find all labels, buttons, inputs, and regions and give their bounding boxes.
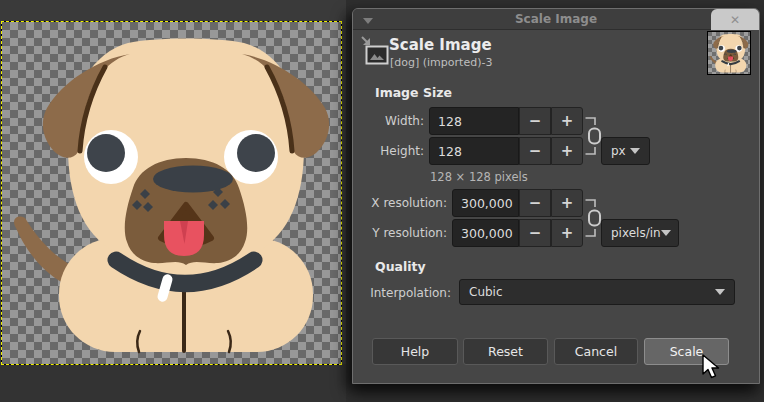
window-title: Scale Image (353, 12, 759, 26)
plus-icon: + (561, 224, 574, 242)
scale-image-icon (359, 33, 391, 69)
section-label-quality: Quality (375, 259, 426, 274)
x-resolution-label: X resolution: (361, 196, 447, 210)
dropdown-arrow-icon (715, 289, 725, 295)
width-input[interactable] (429, 107, 519, 135)
dog-illustration (2, 22, 341, 364)
y-resolution-decrement-button[interactable]: − (519, 219, 551, 247)
height-input[interactable] (429, 137, 519, 165)
width-decrement-button[interactable]: − (519, 107, 551, 135)
size-chain-toggle[interactable] (584, 108, 602, 164)
interpolation-label: Interpolation: (365, 286, 451, 300)
image-thumbnail (707, 31, 751, 75)
plus-icon: + (561, 142, 574, 160)
dropdown-arrow-icon (630, 148, 640, 154)
x-resolution-increment-button[interactable]: + (551, 189, 583, 217)
interpolation-value: Cubic (460, 285, 715, 299)
resolution-unit-value: pixels/in (602, 226, 661, 240)
scale-button[interactable]: Scale (644, 338, 729, 365)
height-label: Height: (361, 144, 424, 158)
interpolation-dropdown[interactable]: Cubic (459, 279, 735, 305)
resolution-unit-dropdown[interactable]: pixels/in (601, 219, 679, 247)
dialog-subtitle: [dog] (imported)-3 (390, 56, 492, 69)
resolution-chain-toggle[interactable] (584, 190, 602, 246)
x-resolution-decrement-button[interactable]: − (519, 189, 551, 217)
width-increment-button[interactable]: + (551, 107, 583, 135)
minus-icon: − (529, 142, 542, 160)
size-unit-dropdown[interactable]: px (601, 137, 650, 165)
plus-icon: + (561, 194, 574, 212)
gimp-window: Scale Image ✕ Scale Image [dog] (importe… (0, 0, 764, 402)
section-label-image-size: Image Size (375, 85, 452, 100)
x-resolution-input[interactable] (452, 189, 519, 217)
image-canvas[interactable] (2, 22, 341, 364)
window-title-bar[interactable]: Scale Image ✕ (353, 9, 759, 30)
minus-icon: − (529, 194, 542, 212)
plus-icon: + (561, 112, 574, 130)
height-increment-button[interactable]: + (551, 137, 583, 165)
cancel-button[interactable]: Cancel (554, 338, 638, 365)
canvas-background-bottom (0, 364, 346, 402)
size-summary: 128 × 128 pixels (430, 170, 528, 184)
y-resolution-label: Y resolution: (361, 226, 447, 240)
y-resolution-input[interactable] (452, 219, 519, 247)
window-close-button[interactable]: ✕ (711, 9, 759, 30)
height-decrement-button[interactable]: − (519, 137, 551, 165)
scale-image-dialog: Scale Image ✕ Scale Image [dog] (importe… (352, 8, 760, 384)
width-label: Width: (361, 114, 424, 128)
size-unit-value: px (602, 144, 630, 158)
close-icon: ✕ (730, 14, 740, 26)
dialog-title: Scale Image (389, 36, 492, 54)
minus-icon: − (529, 224, 542, 242)
thumbnail-dog-illustration (708, 32, 750, 74)
minus-icon: − (529, 112, 542, 130)
chain-icon (589, 129, 600, 144)
y-resolution-increment-button[interactable]: + (551, 219, 583, 247)
chain-icon (589, 211, 600, 226)
dropdown-arrow-icon (661, 230, 671, 236)
help-button[interactable]: Help (372, 338, 458, 365)
reset-button[interactable]: Reset (463, 338, 548, 365)
